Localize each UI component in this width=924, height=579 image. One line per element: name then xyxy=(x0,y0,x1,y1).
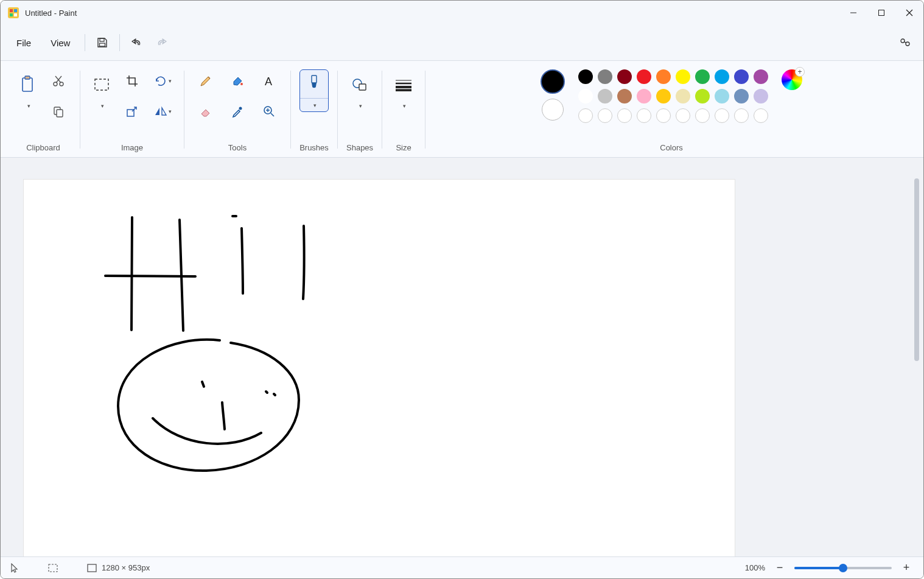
custom-color-slot[interactable] xyxy=(637,108,651,123)
save-button[interactable] xyxy=(90,30,114,55)
svg-rect-38 xyxy=(49,564,57,572)
rotate-button[interactable]: ▾ xyxy=(150,69,175,93)
window-title: Untitled - Paint xyxy=(25,9,77,18)
copy-button[interactable] xyxy=(46,100,71,123)
color-swatch[interactable] xyxy=(656,69,671,84)
magnifier-tool[interactable] xyxy=(256,100,282,123)
color-swatch[interactable] xyxy=(734,89,749,104)
svg-rect-6 xyxy=(879,10,884,16)
svg-line-19 xyxy=(55,76,61,83)
color-swatch[interactable] xyxy=(617,89,632,104)
svg-rect-31 xyxy=(312,75,317,83)
zoom-control: 100% − + xyxy=(745,561,914,575)
custom-color-slot[interactable] xyxy=(617,108,632,123)
custom-color-slot[interactable] xyxy=(715,108,729,123)
svg-line-13 xyxy=(905,42,906,43)
svg-line-18 xyxy=(56,76,61,83)
canvas[interactable] xyxy=(24,180,735,556)
redo-button[interactable] xyxy=(149,30,173,55)
close-button[interactable] xyxy=(895,1,923,25)
color-swatch[interactable] xyxy=(598,69,612,84)
size-button[interactable] xyxy=(391,69,416,100)
minimize-button[interactable] xyxy=(839,1,867,25)
group-label-colors: Colors xyxy=(660,143,683,152)
custom-color-slot[interactable] xyxy=(598,108,612,123)
size-dropdown[interactable]: ▾ xyxy=(391,100,416,112)
zoom-slider[interactable] xyxy=(794,567,892,569)
crop-button[interactable] xyxy=(119,69,145,93)
svg-rect-10 xyxy=(100,43,105,46)
group-tools: A Tools xyxy=(187,67,288,152)
vertical-scrollbar[interactable] xyxy=(912,160,921,550)
svg-point-17 xyxy=(60,82,63,86)
group-brushes: ▾ Brushes xyxy=(293,67,335,152)
custom-color-slot[interactable] xyxy=(754,108,768,123)
ribbon: ▾ Clipboard xyxy=(1,60,923,158)
undo-button[interactable] xyxy=(125,30,149,55)
color-swatch[interactable] xyxy=(637,89,651,104)
color-picker-tool[interactable] xyxy=(225,100,250,123)
pencil-tool[interactable] xyxy=(193,69,219,93)
zoom-in-button[interactable]: + xyxy=(899,561,914,575)
color-2[interactable] xyxy=(542,99,564,121)
color-swatch[interactable] xyxy=(578,89,593,104)
scrollbar-thumb[interactable] xyxy=(914,178,919,361)
paste-button[interactable] xyxy=(15,69,41,100)
cut-button[interactable] xyxy=(46,69,71,93)
color-swatch[interactable] xyxy=(754,69,768,84)
color-swatch[interactable] xyxy=(695,89,710,104)
menu-view[interactable]: View xyxy=(41,33,80,53)
svg-rect-14 xyxy=(23,78,32,91)
drawing-content xyxy=(24,180,735,556)
zoom-out-button[interactable]: − xyxy=(772,561,787,575)
brushes-button[interactable]: ▾ xyxy=(299,69,329,112)
color-swatch[interactable] xyxy=(656,89,671,104)
color-swatch[interactable] xyxy=(676,69,690,84)
eraser-tool[interactable] xyxy=(193,100,219,123)
color-swatch[interactable] xyxy=(617,69,632,84)
fill-tool[interactable] xyxy=(225,69,250,93)
menu-file[interactable]: File xyxy=(7,33,41,53)
svg-rect-1 xyxy=(10,9,13,12)
svg-rect-22 xyxy=(95,79,108,90)
custom-color-slot[interactable] xyxy=(734,108,749,123)
flip-button[interactable]: ▾ xyxy=(150,100,175,123)
color-swatch[interactable] xyxy=(715,69,729,84)
svg-rect-15 xyxy=(25,76,30,79)
group-image: ▾ ▾ ▾ xyxy=(83,67,181,152)
shapes-button[interactable] xyxy=(347,69,373,100)
window-controls xyxy=(839,1,923,25)
color-swatch[interactable] xyxy=(578,69,593,84)
edit-colors-button[interactable] xyxy=(782,69,802,90)
custom-color-slot[interactable] xyxy=(676,108,690,123)
paste-dropdown[interactable]: ▾ xyxy=(15,100,41,112)
color-swatch[interactable] xyxy=(754,89,768,104)
custom-color-slot[interactable] xyxy=(695,108,710,123)
svg-rect-2 xyxy=(14,9,17,12)
color-swatch[interactable] xyxy=(734,69,749,84)
resize-button[interactable] xyxy=(119,100,145,123)
svg-rect-4 xyxy=(14,13,17,16)
color-1[interactable] xyxy=(541,69,565,94)
color-swatch[interactable] xyxy=(676,89,690,104)
color-swatch[interactable] xyxy=(637,69,651,84)
custom-color-slot[interactable] xyxy=(578,108,593,123)
share-button[interactable] xyxy=(893,30,917,55)
group-label-tools: Tools xyxy=(228,143,247,152)
select-button[interactable] xyxy=(89,69,114,100)
color-swatch[interactable] xyxy=(695,69,710,84)
group-colors: Colors xyxy=(428,67,915,152)
custom-color-slot[interactable] xyxy=(656,108,671,123)
cursor-position xyxy=(10,563,24,573)
statusbar: 1280 × 953px 100% − + xyxy=(1,556,923,578)
paint-window: Untitled - Paint File View xyxy=(0,0,924,579)
maximize-button[interactable] xyxy=(867,1,895,25)
color-swatch[interactable] xyxy=(715,89,729,104)
brushes-dropdown[interactable]: ▾ xyxy=(300,98,328,111)
text-tool[interactable]: A xyxy=(256,69,282,93)
select-dropdown[interactable]: ▾ xyxy=(89,100,114,112)
cursor-icon xyxy=(10,563,19,573)
shapes-dropdown[interactable]: ▾ xyxy=(347,100,373,112)
svg-point-26 xyxy=(239,107,242,110)
color-swatch[interactable] xyxy=(598,89,612,104)
